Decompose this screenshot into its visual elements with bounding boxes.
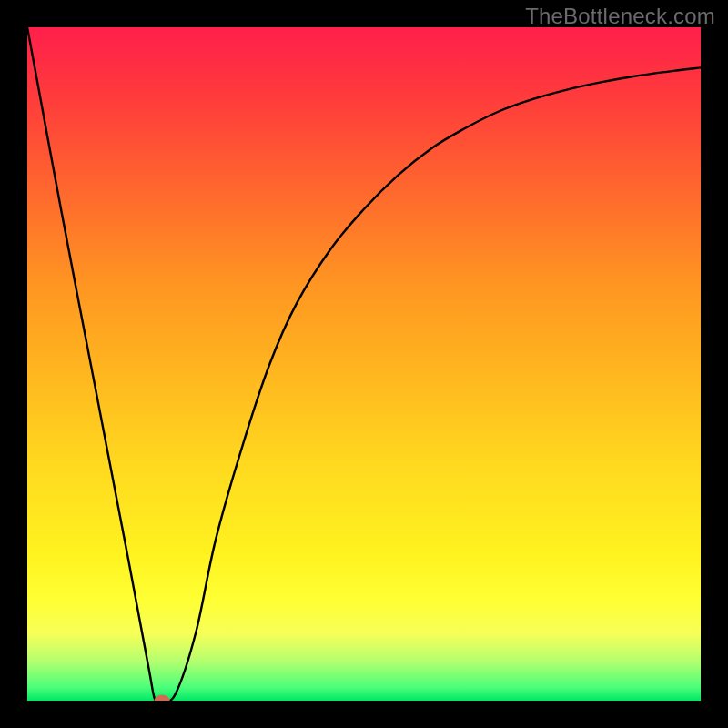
curve-path <box>27 27 701 701</box>
line-chart <box>27 27 701 701</box>
watermark-text: TheBottleneck.com <box>525 4 715 29</box>
curve-marker-dot <box>155 695 170 702</box>
plot-area <box>27 27 701 701</box>
chart-frame: TheBottleneck.com <box>0 0 728 728</box>
